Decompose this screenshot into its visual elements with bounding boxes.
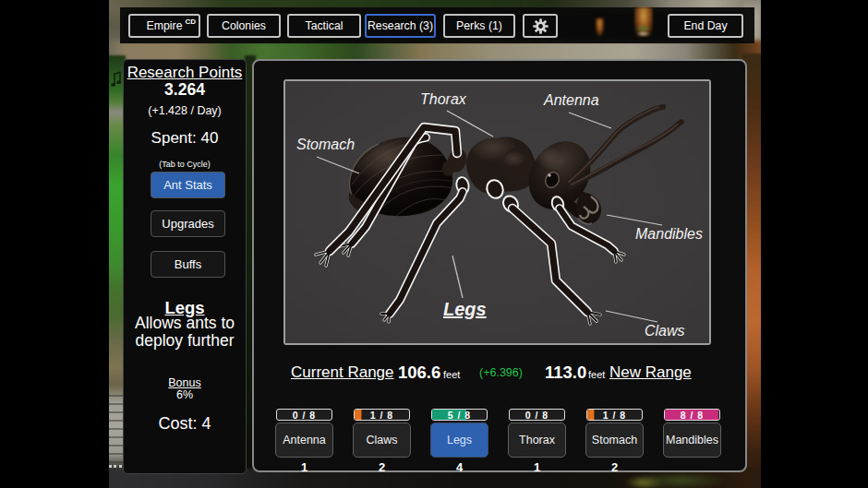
svg-text:Stomach: Stomach	[296, 137, 355, 152]
svg-text:Mandibles: Mandibles	[635, 226, 703, 242]
svg-text:Legs: Legs	[443, 299, 487, 319]
svg-text:Thorax: Thorax	[420, 91, 467, 107]
svg-text:Claws: Claws	[645, 323, 685, 339]
svg-text:Antenna: Antenna	[543, 92, 599, 108]
